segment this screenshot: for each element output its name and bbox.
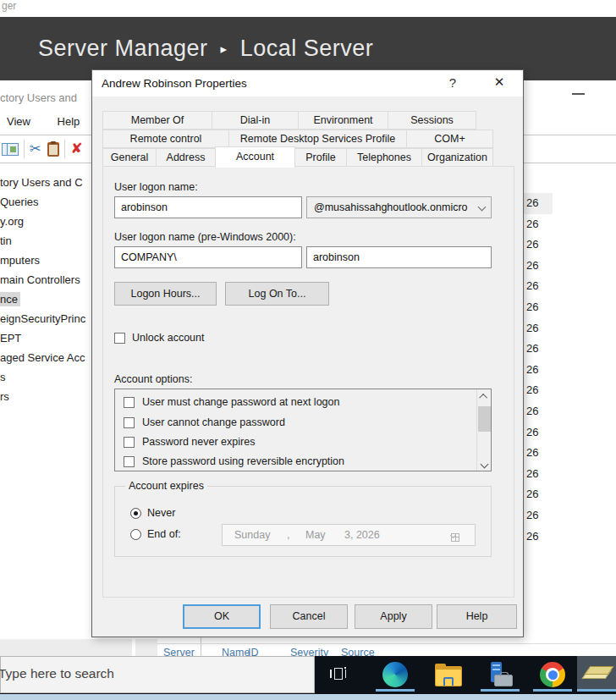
cut-icon[interactable]: ✂ (30, 142, 41, 156)
tree-item[interactable]: s (0, 367, 91, 387)
list-value[interactable]: 26 (524, 360, 553, 381)
tab-environment[interactable]: Environment (298, 111, 388, 130)
end-of-radio-row[interactable]: End of: (130, 528, 181, 540)
date-picker-button[interactable] (451, 529, 470, 542)
console-tree-icon[interactable] (2, 143, 19, 156)
scrollbar-thumb[interactable] (478, 406, 491, 432)
cancel-button[interactable]: Cancel (270, 604, 348, 629)
tab-rds-profile[interactable]: Remote Desktop Services Profile (228, 130, 407, 148)
tab-member-of[interactable]: Member Of (102, 111, 212, 130)
context-help-button[interactable]: ? (443, 75, 463, 92)
list-value[interactable]: 26 (524, 443, 553, 464)
dialog-titlebar[interactable]: Andrew Robinson Properties ? ✕ (92, 70, 523, 96)
tree-item[interactable]: aged Service Acc (0, 348, 91, 367)
search-input[interactable]: Type here to search (0, 666, 114, 681)
server-manager-icon[interactable] (487, 662, 514, 689)
option-row[interactable]: Store password using reversible encrypti… (124, 455, 344, 467)
taskbar-search[interactable]: Type here to search (0, 656, 315, 693)
tree-item[interactable]: nce (0, 289, 91, 309)
option-row[interactable]: User must change password at next logon (124, 396, 339, 408)
tree-item[interactable]: y.org (0, 212, 91, 231)
tree-item[interactable]: eignSecurityPrinc (0, 309, 91, 328)
tab-com-plus[interactable]: COM+ (406, 130, 493, 148)
tree-item[interactable]: mputers (0, 251, 91, 270)
paste-icon[interactable] (47, 142, 59, 157)
user-logon-name-input[interactable]: arobinson (114, 196, 302, 218)
option-row[interactable]: Password never expires (124, 436, 255, 448)
tab-profile[interactable]: Profile (294, 148, 347, 167)
upn-suffix-select[interactable]: @musahissahghoutlook.onmicro (306, 196, 492, 218)
tree-item[interactable]: tory Users and C (0, 173, 91, 192)
option-checkbox[interactable] (124, 437, 135, 448)
list-value[interactable]: 26 (524, 256, 553, 277)
option-checkbox[interactable] (124, 397, 135, 408)
apply-button[interactable]: Apply (355, 604, 432, 629)
file-explorer-icon[interactable] (435, 666, 462, 686)
tab-sessions[interactable]: Sessions (388, 111, 476, 130)
list-value[interactable]: 26 (524, 339, 553, 360)
tree-item[interactable]: tin (0, 231, 91, 251)
tree-item[interactable]: Queries (0, 192, 91, 212)
scroll-down-button[interactable] (477, 457, 492, 471)
list-value[interactable]: 26 (524, 484, 553, 505)
pre2000-domain-input[interactable]: COMPANY\ (114, 246, 302, 268)
list-value[interactable]: 26 (524, 505, 553, 526)
list-value[interactable]: 26 (524, 276, 553, 297)
help-button[interactable]: Help (437, 604, 517, 629)
end-of-radio[interactable] (130, 529, 141, 540)
unlock-account-checkbox[interactable] (114, 333, 125, 344)
list-value[interactable]: 26 (524, 214, 553, 235)
account-expires-groupbox: Account expires Never End of: Sunday , M… (114, 486, 492, 557)
expiry-date-field[interactable]: Sunday , May 3, 2026 (222, 524, 476, 546)
menu-bar: View Help (7, 115, 103, 128)
chrome-icon[interactable] (540, 662, 565, 687)
active-app-cell[interactable] (577, 656, 616, 691)
tree-item[interactable]: rs (0, 387, 91, 406)
list-value[interactable]: 26 (524, 193, 553, 214)
menu-item-view[interactable]: View (7, 115, 30, 128)
active-app-icon (585, 664, 610, 682)
never-radio-row[interactable]: Never (130, 507, 175, 519)
edge-icon[interactable] (382, 662, 408, 687)
tree-item[interactable]: main Controllers (0, 270, 91, 289)
logon-hours-button[interactable]: Logon Hours... (114, 282, 217, 306)
column-header[interactable]: Source (341, 645, 375, 656)
tab-address[interactable]: Address (156, 148, 216, 167)
close-icon[interactable]: ✕ (487, 74, 512, 92)
tab-remote-control[interactable]: Remote control (102, 130, 229, 148)
listbox-scrollbar[interactable] (476, 389, 491, 471)
option-checkbox[interactable] (124, 417, 135, 428)
tree-item[interactable]: EPT (0, 328, 91, 348)
tab-dial-in[interactable]: Dial-in (212, 111, 299, 130)
delete-icon[interactable]: ✘ (70, 142, 82, 156)
list-value[interactable]: 26 (524, 401, 553, 422)
column-header[interactable]: ID (248, 645, 259, 656)
pre2000-name-input[interactable]: arobinson (306, 246, 492, 268)
menu-item-help[interactable]: Help (58, 115, 80, 128)
list-value[interactable]: 26 (524, 234, 553, 256)
list-value[interactable]: 26 (524, 422, 553, 444)
list-value[interactable]: 26 (524, 464, 553, 485)
list-value[interactable]: 26 (524, 318, 553, 339)
column-header[interactable]: Severity (290, 645, 328, 656)
chevron-down-icon (478, 203, 487, 212)
ok-button[interactable]: OK (183, 604, 261, 629)
list-value[interactable]: 26 (524, 297, 553, 318)
minimize-icon[interactable] (572, 93, 585, 95)
column-header[interactable]: Name (222, 645, 250, 656)
list-value[interactable]: 26 (524, 380, 553, 401)
log-on-to-button[interactable]: Log On To... (225, 282, 329, 306)
never-radio[interactable] (130, 508, 141, 519)
scroll-up-button[interactable] (477, 389, 492, 403)
task-view-icon[interactable] (330, 667, 349, 682)
tab-telephones[interactable]: Telephones (346, 148, 422, 167)
properties-dialog: Andrew Robinson Properties ? ✕ Member Of… (91, 69, 524, 637)
option-row[interactable]: User cannot change password (124, 416, 285, 428)
tab-organization[interactable]: Organization (421, 148, 493, 167)
option-label: User must change password at next logon (142, 396, 339, 408)
tab-general[interactable]: General (102, 148, 157, 167)
list-value[interactable]: 26 (524, 526, 553, 548)
column-header[interactable]: Server (163, 645, 195, 656)
tab-account[interactable]: Account (215, 146, 295, 168)
option-checkbox[interactable] (124, 456, 135, 467)
